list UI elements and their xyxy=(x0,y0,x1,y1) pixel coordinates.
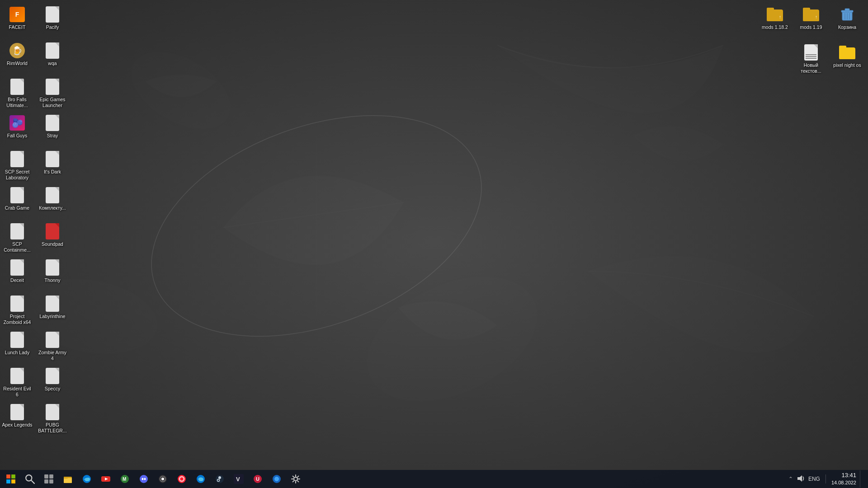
mcreator-button[interactable]: M xyxy=(116,470,134,488)
svg-rect-15 xyxy=(11,479,15,483)
svg-point-35 xyxy=(161,478,164,480)
zombie-army-icon[interactable]: Zombie Army 4 xyxy=(35,329,70,365)
stray-icon[interactable]: Stray xyxy=(35,112,70,148)
svg-point-47 xyxy=(274,477,279,481)
epic-games-icon[interactable]: Epic Games Launcher xyxy=(35,76,70,112)
u-app-button[interactable]: U xyxy=(249,470,267,488)
mods-118-icon[interactable]: ↑ mods 1.18.2 xyxy=(758,4,792,40)
svg-point-48 xyxy=(294,477,297,481)
svg-text:U: U xyxy=(256,476,259,482)
language-indicator[interactable]: ENG xyxy=(808,476,820,482)
task-view-button[interactable] xyxy=(40,470,58,488)
svg-rect-8 xyxy=(845,9,849,11)
svg-rect-21 xyxy=(49,479,53,483)
edge2-button[interactable] xyxy=(192,470,210,488)
top-right-icons: ↑ mods 1.18.2 ↑ mods 1.19 xyxy=(758,4,864,78)
faceit-icon[interactable]: F FACEIT xyxy=(0,4,34,40)
svg-point-40 xyxy=(218,476,221,479)
game-app-button[interactable] xyxy=(268,470,286,488)
svg-marker-49 xyxy=(797,475,802,482)
notification-arrow[interactable]: ⌃ xyxy=(788,476,793,482)
start-button[interactable] xyxy=(2,470,20,488)
deceit-icon[interactable]: Deceit xyxy=(0,257,34,293)
taskbar: M xyxy=(0,470,868,488)
crab-game-icon[interactable]: Crab Game xyxy=(0,184,34,221)
taskbar-right: ⌃ ENG 13:41 14.08.2022 xyxy=(783,470,868,488)
youtube-button[interactable] xyxy=(97,470,115,488)
icon-column-2: Pacify wqa Epic Games Launcher xyxy=(35,4,70,437)
obs-button[interactable] xyxy=(154,470,172,488)
taskbar-divider xyxy=(826,474,826,483)
scp-secret-icon[interactable]: SCP Secret Laboratory xyxy=(0,148,34,184)
svg-point-16 xyxy=(26,475,32,481)
bro-falls-icon[interactable]: Bro Falls Ultimate... xyxy=(0,76,34,112)
v-app-button[interactable]: V xyxy=(230,470,248,488)
opera-button[interactable] xyxy=(173,470,191,488)
svg-line-17 xyxy=(31,480,34,483)
discord-button[interactable] xyxy=(135,470,153,488)
search-button[interactable] xyxy=(21,470,39,488)
speccy-icon[interactable]: Speccy xyxy=(35,365,70,401)
svg-rect-23 xyxy=(64,478,72,483)
svg-point-31 xyxy=(142,478,144,480)
pacify-icon[interactable]: Pacify xyxy=(35,4,70,40)
svg-point-30 xyxy=(140,475,148,483)
svg-text:V: V xyxy=(236,476,240,483)
steam-button[interactable] xyxy=(211,470,229,488)
desktop: F FACEIT 🍺 RimWorld Bro Falls Ultimate..… xyxy=(0,0,868,470)
svg-rect-13 xyxy=(11,474,15,479)
settings-button[interactable] xyxy=(287,470,305,488)
svg-rect-18 xyxy=(44,474,48,479)
fall-guys-icon[interactable]: 🫐 Fall Guys xyxy=(0,112,34,148)
rimworld-icon[interactable]: 🍺 RimWorld xyxy=(0,40,34,76)
taskbar-icons: M xyxy=(0,470,307,488)
show-desktop[interactable] xyxy=(860,470,863,488)
svg-rect-24 xyxy=(64,477,68,479)
lunch-lady-icon[interactable]: Lunch Lady xyxy=(0,329,34,365)
apex-legends-icon[interactable]: Apex Legends xyxy=(0,401,34,437)
volume-icon[interactable] xyxy=(797,474,805,484)
wqa-icon[interactable]: wqa xyxy=(35,40,70,76)
project-zomboid-icon[interactable]: Project Zomboid x64 xyxy=(0,293,34,329)
svg-rect-12 xyxy=(6,474,10,479)
labyrinthine-icon[interactable]: Labyrinthine xyxy=(35,293,70,329)
its-dark-icon[interactable]: It's Dark xyxy=(35,148,70,184)
mods-119-icon[interactable]: ↑ mods 1.19 xyxy=(794,4,828,40)
svg-rect-20 xyxy=(44,479,48,483)
soundpad-icon[interactable]: Soundpad xyxy=(35,221,70,257)
svg-text:M: M xyxy=(123,477,126,482)
taskbar-clock[interactable]: 13:41 14.08.2022 xyxy=(831,472,856,486)
icon-column-1: F FACEIT 🍺 RimWorld Bro Falls Ultimate..… xyxy=(0,4,34,437)
svg-rect-19 xyxy=(49,474,53,479)
resident-evil-icon[interactable]: Resident Evil 6 xyxy=(0,365,34,401)
new-text-icon[interactable]: Новый текстов... xyxy=(794,42,828,78)
svg-rect-14 xyxy=(6,479,10,483)
scp-containment-icon[interactable]: SCP Containme... xyxy=(0,221,34,257)
svg-point-32 xyxy=(144,478,146,480)
file-explorer-button[interactable] xyxy=(59,470,77,488)
korzina-icon[interactable]: Корзина xyxy=(830,4,864,40)
edge-button[interactable] xyxy=(78,470,96,488)
pixel-night-icon[interactable]: pixel night os xyxy=(830,42,864,78)
thonny-icon[interactable]: Thonny xyxy=(35,257,70,293)
pubg-icon[interactable]: PUBG BATTLEGR... xyxy=(35,401,70,437)
komplekty-icon[interactable]: Комплекту... xyxy=(35,184,70,221)
